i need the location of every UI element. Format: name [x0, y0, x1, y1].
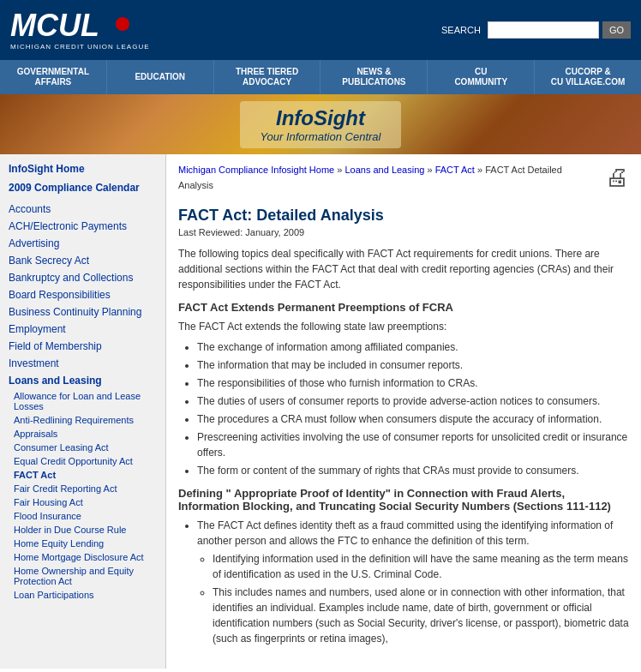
sidebar-item-accounts[interactable]: Accounts [0, 201, 165, 218]
sidebar-item-compliance-calendar[interactable]: 2009 Compliance Calendar [0, 178, 165, 197]
sidebar-item-fact-act[interactable]: FACT Act [0, 468, 165, 482]
banner-title: InfoSight [261, 106, 381, 130]
list-item: The procedures a CRA must follow when co… [197, 411, 629, 427]
sidebar-item-fair-housing-act[interactable]: Fair Housing Act [0, 495, 165, 509]
page-title: FACT Act: Detailed Analysis [178, 207, 629, 225]
sidebar-item-holder-in-due-course-rule[interactable]: Holder in Due Course Rule [0, 523, 165, 537]
logo-text: MCUL [10, 8, 135, 43]
sidebar-item-fair-credit-reporting-act[interactable]: Fair Credit Reporting Act [0, 482, 165, 495]
search-label: SEARCH [441, 25, 481, 35]
sidebar-item-loan-participations[interactable]: Loan Participations [0, 588, 165, 602]
logo: MCUL MICHIGAN CREDIT UNION LEAGUE [10, 10, 150, 51]
banner-content: InfoSight Your Information Central [240, 101, 402, 148]
banner: InfoSight Your Information Central [0, 94, 641, 154]
header: MCUL MICHIGAN CREDIT UNION LEAGUE SEARCH… [0, 0, 641, 60]
logo-area: MCUL MICHIGAN CREDIT UNION LEAGUE [10, 10, 150, 51]
print-icon[interactable]: 🖨 [605, 163, 629, 191]
breadcrumb-fact-act[interactable]: FACT Act [435, 165, 475, 175]
sidebar-item-ach-electronic-payments[interactable]: ACH/Electronic Payments [0, 218, 165, 235]
sidebar-item-anti-redlining[interactable]: Anti-Redlining Requirements [0, 413, 165, 427]
sidebar-item-bank-secrecy-act[interactable]: Bank Secrecy Act [0, 252, 165, 269]
list-item: The duties of users of consumer reports … [197, 393, 629, 409]
nav-three-tiered-advocacy[interactable]: THREE TIERED ADVOCACY [214, 60, 321, 94]
sidebar-item-business-continuity-planning[interactable]: Business Continuity Planning [0, 303, 165, 321]
sidebar-item-bankruptcy-collections[interactable]: Bankruptcy and Collections [0, 269, 165, 286]
last-reviewed: Last Reviewed: January, 2009 [178, 227, 629, 237]
section1-intro: The FACT Act extends the following state… [178, 319, 629, 334]
section2-list-item: The FACT Act defines identity theft as a… [197, 518, 629, 646]
list-item: The form or content of the summary of ri… [197, 463, 629, 478]
search-area: SEARCH GO [441, 21, 631, 39]
nav-education[interactable]: EDUCATION [107, 60, 214, 94]
nav-cu-community[interactable]: CU COMMUNITY [428, 60, 535, 94]
nav-governmental-affairs[interactable]: GOVERNMENTAL AFFAIRS [0, 60, 107, 94]
banner-subtitle: Your Information Central [261, 130, 381, 143]
sidebar-item-board-responsibilities[interactable]: Board Responsibilities [0, 286, 165, 303]
section2-list: The FACT Act defines identity theft as a… [197, 518, 629, 646]
sidebar-item-investment[interactable]: Investment [0, 355, 165, 372]
sidebar-item-advertising[interactable]: Advertising [0, 235, 165, 252]
go-button[interactable]: GO [602, 21, 631, 39]
nav-news-publications[interactable]: NEWS & PUBLICATIONS [320, 60, 428, 94]
content-area: Michigan Compliance Infosight Home » Loa… [166, 154, 641, 669]
breadcrumb-michigan-compliance-home[interactable]: Michigan Compliance Infosight Home [178, 165, 334, 175]
sidebar: InfoSight Home 2009 Compliance Calendar … [0, 154, 166, 669]
sidebar-item-field-of-membership[interactable]: Field of Membership [0, 338, 165, 355]
main-layout: InfoSight Home 2009 Compliance Calendar … [0, 154, 641, 669]
breadcrumb: Michigan Compliance Infosight Home » Loa… [178, 163, 596, 193]
michigan-icon [111, 15, 135, 39]
sidebar-item-equal-credit-opportunity-act[interactable]: Equal Credit Opportunity Act [0, 454, 165, 468]
sidebar-item-home-ownership-equity-protection-act[interactable]: Home Ownership and Equity Protection Act [0, 564, 165, 588]
section2-sublist-item: Identifying information used in the defi… [213, 551, 629, 582]
logo-subtitle: MICHIGAN CREDIT UNION LEAGUE [10, 43, 150, 51]
section2-sublist-item: This includes names and numbers, used al… [213, 585, 629, 646]
search-input[interactable] [488, 21, 599, 39]
list-item: The responsibilities of those who furnis… [197, 375, 629, 391]
sidebar-item-appraisals[interactable]: Appraisals [0, 427, 165, 441]
sidebar-item-home-equity-lending[interactable]: Home Equity Lending [0, 537, 165, 550]
sidebar-item-infosight-home[interactable]: InfoSight Home [0, 159, 165, 178]
section1-list: The exchange of information among affili… [197, 339, 629, 478]
list-item: The exchange of information among affili… [197, 339, 629, 355]
sidebar-item-home-mortgage-disclosure-act[interactable]: Home Mortgage Disclosure Act [0, 550, 165, 564]
sidebar-item-employment[interactable]: Employment [0, 321, 165, 338]
sidebar-item-consumer-leasing-act[interactable]: Consumer Leasing Act [0, 441, 165, 454]
section2-heading: Defining " Appropriate Proof of Identity… [178, 487, 629, 513]
list-item: The information that may be included in … [197, 357, 629, 373]
intro-paragraph: The following topics deal specifically w… [178, 246, 629, 292]
list-item: Prescreening activities involving the us… [197, 429, 629, 460]
sidebar-item-flood-insurance[interactable]: Flood Insurance [0, 509, 165, 523]
sidebar-item-loans-and-leasing[interactable]: Loans and Leasing [0, 372, 165, 389]
section1-heading: FACT Act Extends Permanent Preemptions o… [178, 301, 629, 314]
breadcrumb-loans-and-leasing[interactable]: Loans and Leasing [344, 165, 424, 175]
sidebar-item-allowance-loan-lease-losses[interactable]: Allowance for Loan and Lease Losses [0, 389, 165, 413]
nav-cucorp-cu-village[interactable]: CUCORP & CU VILLAGE.COM [535, 60, 641, 94]
navbar: GOVERNMENTAL AFFAIRS EDUCATION THREE TIE… [0, 60, 641, 94]
